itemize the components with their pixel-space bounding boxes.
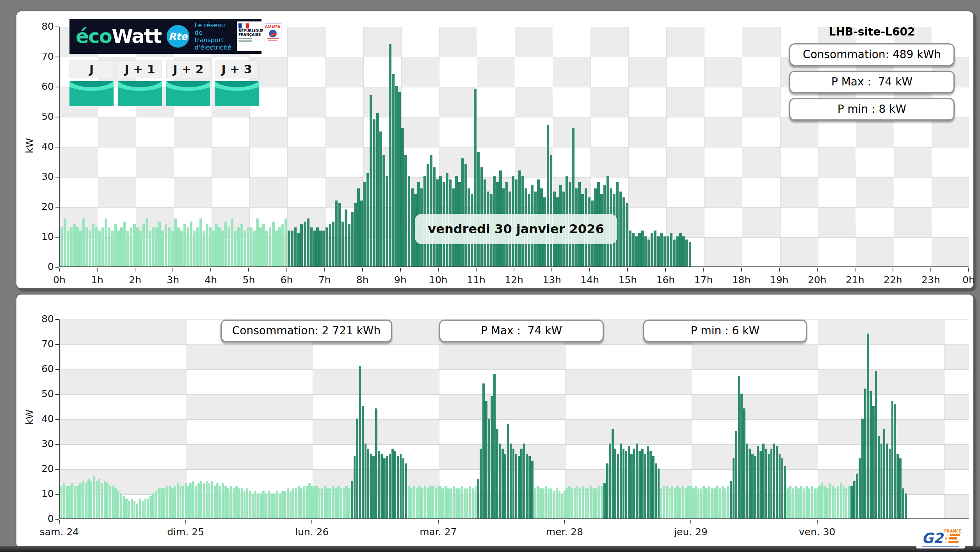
bar bbox=[246, 488, 249, 518]
bar bbox=[669, 488, 671, 518]
bar bbox=[256, 218, 259, 266]
bar bbox=[472, 488, 474, 518]
bar bbox=[249, 491, 251, 518]
bar bbox=[259, 227, 262, 266]
x-axis-tick bbox=[324, 268, 325, 272]
bar bbox=[340, 488, 342, 518]
y-axis-tick-label: 30 bbox=[30, 438, 54, 449]
bar bbox=[182, 486, 185, 518]
ademe-logo: ADEME bbox=[265, 23, 281, 49]
bar bbox=[716, 486, 719, 518]
bar bbox=[365, 444, 367, 518]
bar bbox=[161, 231, 164, 266]
bar bbox=[265, 493, 267, 518]
g2e-france-logo: G2 FRANCE bbox=[916, 528, 965, 548]
bar bbox=[63, 483, 66, 518]
bar bbox=[886, 444, 888, 518]
bar bbox=[633, 449, 635, 518]
y-axis-tick bbox=[55, 319, 59, 320]
bar bbox=[147, 499, 149, 518]
bar bbox=[614, 449, 617, 518]
bar bbox=[899, 458, 902, 518]
bar bbox=[878, 436, 880, 518]
bar bbox=[537, 486, 539, 518]
bar bbox=[306, 486, 308, 518]
bar bbox=[556, 488, 558, 518]
bar bbox=[60, 227, 63, 266]
bar bbox=[130, 227, 133, 266]
bar bbox=[241, 488, 243, 518]
bar bbox=[644, 454, 646, 518]
bar bbox=[545, 486, 547, 518]
bar bbox=[180, 231, 183, 266]
rte-logo-text: Rte bbox=[169, 31, 187, 42]
y-axis-tick-label: 0 bbox=[30, 513, 54, 524]
bar bbox=[601, 486, 603, 518]
x-axis-tick bbox=[690, 520, 691, 524]
bar bbox=[276, 491, 278, 518]
bar bbox=[206, 481, 208, 518]
bar bbox=[528, 456, 531, 518]
bar bbox=[447, 488, 450, 518]
bar bbox=[351, 212, 354, 266]
bar bbox=[629, 231, 631, 266]
y-axis-tick bbox=[55, 444, 59, 445]
x-axis-tick bbox=[741, 268, 742, 272]
bar bbox=[348, 224, 350, 266]
y-axis-tick-label: 10 bbox=[30, 231, 54, 242]
bar bbox=[682, 486, 684, 518]
bar bbox=[171, 231, 174, 266]
bar bbox=[652, 456, 655, 518]
bar bbox=[231, 218, 233, 266]
bar bbox=[354, 456, 356, 518]
bar bbox=[674, 488, 676, 518]
stat-pmax-week: P Max : 74 kW bbox=[439, 319, 604, 342]
bar bbox=[896, 454, 899, 518]
bar bbox=[671, 486, 673, 518]
bar bbox=[808, 488, 811, 518]
bar bbox=[875, 371, 877, 518]
y-axis-tick-label: 70 bbox=[30, 338, 54, 350]
bar bbox=[235, 486, 238, 518]
bar bbox=[85, 483, 87, 518]
bar bbox=[386, 176, 388, 266]
bar bbox=[439, 486, 441, 518]
bar bbox=[442, 488, 444, 518]
bar bbox=[329, 488, 331, 518]
bar bbox=[685, 488, 687, 518]
bar bbox=[169, 486, 171, 518]
dashboard-page: { "window": { "background": "#7b7b7b" },… bbox=[0, 0, 980, 552]
bar bbox=[779, 454, 781, 518]
bar bbox=[269, 227, 272, 266]
x-axis-tick bbox=[817, 520, 818, 524]
bar bbox=[230, 486, 232, 518]
bar bbox=[187, 486, 189, 518]
bar bbox=[625, 451, 628, 518]
bar bbox=[703, 486, 705, 518]
forecast-tile-label: J + 1 bbox=[118, 60, 162, 78]
bar bbox=[343, 488, 345, 518]
bar bbox=[595, 488, 598, 518]
bar bbox=[638, 233, 641, 266]
bar bbox=[496, 429, 498, 518]
bar bbox=[329, 224, 331, 266]
bar bbox=[461, 158, 464, 266]
x-axis-tick-label: 1h bbox=[91, 274, 103, 286]
y-axis-tick-label: 20 bbox=[30, 463, 54, 474]
bar bbox=[695, 486, 697, 518]
bar bbox=[647, 446, 649, 518]
bar bbox=[332, 222, 334, 267]
bar bbox=[458, 488, 461, 518]
y-axis-tick bbox=[55, 369, 59, 370]
window-bottom-edge bbox=[0, 546, 980, 552]
bar bbox=[843, 486, 845, 518]
bar bbox=[408, 176, 411, 266]
bar bbox=[106, 483, 108, 518]
bar bbox=[136, 504, 139, 518]
bar bbox=[120, 493, 122, 518]
bar bbox=[477, 152, 480, 266]
bar bbox=[829, 483, 831, 518]
bar bbox=[180, 486, 182, 518]
bar bbox=[826, 488, 829, 518]
bar bbox=[376, 113, 379, 266]
